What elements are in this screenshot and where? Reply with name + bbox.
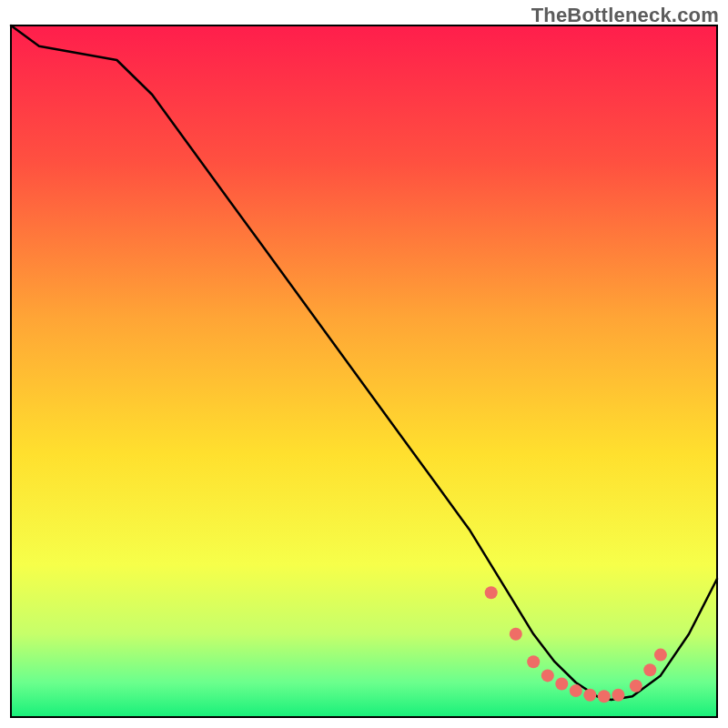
- marker-dot: [654, 649, 667, 662]
- marker-dot: [570, 684, 582, 697]
- marker-dot: [598, 690, 611, 703]
- marker-dot: [612, 689, 624, 702]
- marker-dot: [643, 663, 656, 676]
- chart-container: TheBottleneck.com: [0, 0, 728, 728]
- marker-dot: [510, 628, 522, 641]
- marker-dot: [583, 689, 596, 702]
- marker-dot: [485, 586, 498, 599]
- marker-dot: [555, 678, 568, 691]
- marker-dot: [541, 669, 554, 682]
- marker-dot: [630, 680, 642, 693]
- chart-plot: [0, 0, 728, 728]
- marker-dot: [527, 655, 540, 668]
- watermark-label: TheBottleneck.com: [531, 4, 719, 27]
- gradient-background: [11, 25, 717, 717]
